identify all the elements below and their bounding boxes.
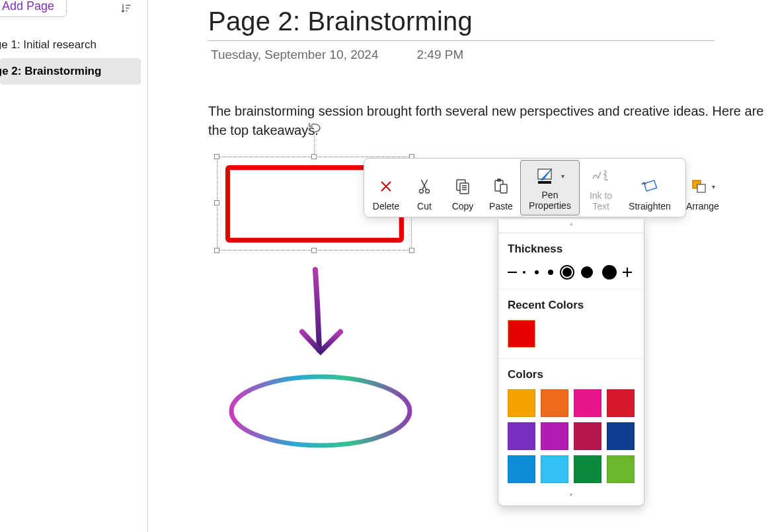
thickness-option[interactable] bbox=[562, 268, 572, 277]
thickness-option[interactable] bbox=[581, 266, 593, 278]
straighten-button[interactable]: Straighten bbox=[622, 160, 677, 215]
paste-label: Paste bbox=[489, 201, 513, 211]
thickness-option[interactable] bbox=[602, 265, 617, 280]
delete-label: Delete bbox=[373, 201, 399, 211]
thickness-option[interactable] bbox=[523, 271, 525, 274]
thickness-decrease-button[interactable] bbox=[505, 265, 520, 280]
arrange-label: Arrange bbox=[686, 201, 719, 211]
sidebar-item-page-1[interactable]: Page 1: Initial research bbox=[0, 32, 141, 58]
resize-handle-tc[interactable] bbox=[311, 154, 317, 159]
copy-icon bbox=[454, 172, 471, 201]
arrange-icon: ▾ bbox=[691, 172, 715, 201]
ink-to-text-label-2: Text bbox=[592, 201, 609, 211]
color-swatch[interactable] bbox=[607, 422, 635, 450]
svg-point-2 bbox=[426, 189, 430, 193]
ink-to-text-label-1: Ink to bbox=[590, 190, 612, 201]
chevron-down-icon: ▾ bbox=[561, 172, 564, 180]
pen-icon: ▾ bbox=[536, 163, 564, 190]
copy-label: Copy bbox=[452, 201, 474, 211]
colors-title: Colors bbox=[498, 359, 644, 385]
thickness-row bbox=[498, 260, 644, 289]
recent-colors-title: Recent Colors bbox=[498, 289, 644, 316]
page-sidebar: Add Page Page 1: Initial research Page 2… bbox=[0, 0, 148, 532]
page-title[interactable]: Page 2: Brainstorming bbox=[208, 0, 715, 41]
paste-icon bbox=[492, 172, 510, 201]
sidebar-item-page-2[interactable]: Page 2: Brainstorming bbox=[0, 58, 141, 85]
color-swatch[interactable] bbox=[508, 422, 535, 450]
pen-properties-panel: ˄ Thickness Recent Colors Colors ˅ bbox=[498, 219, 644, 506]
color-swatch[interactable] bbox=[574, 389, 601, 417]
page-time: 2:49 PM bbox=[417, 48, 464, 62]
svg-point-0 bbox=[231, 377, 410, 445]
svg-rect-12 bbox=[697, 184, 705, 192]
svg-rect-10 bbox=[644, 180, 657, 191]
svg-point-1 bbox=[419, 189, 423, 193]
panel-expand-button[interactable]: ˅ bbox=[498, 490, 644, 506]
paste-button[interactable]: Paste bbox=[482, 160, 520, 215]
page-date: Tuesday, September 10, 2024 bbox=[211, 48, 379, 62]
delete-x-icon bbox=[378, 172, 394, 201]
resize-handle-bc[interactable] bbox=[311, 248, 317, 253]
sort-pages-icon[interactable] bbox=[120, 2, 133, 15]
pen-properties-button[interactable]: ▾ Pen Properties bbox=[520, 160, 580, 215]
color-swatch[interactable] bbox=[574, 422, 601, 450]
color-swatch[interactable] bbox=[574, 455, 601, 483]
selection-mini-toolbar: Delete Cut Copy Paste bbox=[364, 158, 686, 217]
thickness-option[interactable] bbox=[548, 270, 553, 275]
color-swatch[interactable] bbox=[607, 455, 635, 483]
color-swatch[interactable] bbox=[541, 422, 568, 450]
svg-rect-7 bbox=[500, 184, 507, 193]
color-swatch[interactable] bbox=[607, 389, 635, 417]
svg-rect-9 bbox=[538, 181, 551, 184]
page-paragraph[interactable]: The brainstorming session brought forth … bbox=[208, 102, 774, 140]
copy-button[interactable]: Copy bbox=[444, 160, 482, 215]
recent-colors-row bbox=[498, 316, 644, 359]
pages-list: Page 1: Initial research Page 2: Brainst… bbox=[0, 32, 141, 85]
pen-properties-label-2: Properties bbox=[529, 200, 571, 211]
svg-rect-4 bbox=[460, 183, 469, 194]
color-swatch[interactable] bbox=[508, 389, 535, 417]
scissors-icon bbox=[417, 172, 432, 201]
colors-grid bbox=[498, 385, 644, 490]
page-meta: Tuesday, September 10, 2024 2:49 PM bbox=[208, 41, 774, 62]
color-swatch[interactable] bbox=[508, 455, 535, 483]
ink-to-text-icon bbox=[591, 163, 611, 190]
thickness-increase-button[interactable] bbox=[620, 265, 635, 280]
page-canvas: Page 2: Brainstorming Tuesday, September… bbox=[149, 0, 774, 532]
cut-button[interactable]: Cut bbox=[405, 160, 444, 215]
thickness-title: Thickness bbox=[498, 233, 644, 260]
recent-color-swatch[interactable] bbox=[508, 320, 535, 348]
thickness-option[interactable] bbox=[535, 270, 539, 274]
color-swatch[interactable] bbox=[541, 455, 568, 483]
ink-to-text-button: Ink to Text bbox=[580, 160, 622, 215]
resize-handle-br[interactable] bbox=[409, 248, 414, 253]
cut-label: Cut bbox=[417, 201, 432, 211]
resize-handle-ml[interactable] bbox=[214, 200, 219, 206]
panel-collapse-button[interactable]: ˄ bbox=[498, 219, 644, 233]
resize-handle-tl[interactable] bbox=[214, 154, 219, 159]
rotate-handle-icon[interactable] bbox=[305, 122, 324, 135]
arrange-button[interactable]: ▾ Arrange bbox=[677, 160, 728, 215]
chevron-down-icon: ▾ bbox=[712, 183, 715, 190]
straighten-label: Straighten bbox=[629, 201, 671, 211]
svg-rect-6 bbox=[498, 179, 500, 181]
color-swatch[interactable] bbox=[541, 389, 568, 417]
add-page-button[interactable]: Add Page bbox=[0, 0, 67, 17]
resize-handle-bl[interactable] bbox=[214, 248, 219, 253]
straighten-icon bbox=[640, 172, 660, 201]
delete-button[interactable]: Delete bbox=[367, 160, 405, 215]
pen-properties-label-1: Pen bbox=[542, 190, 559, 200]
rotation-arm bbox=[314, 132, 315, 154]
